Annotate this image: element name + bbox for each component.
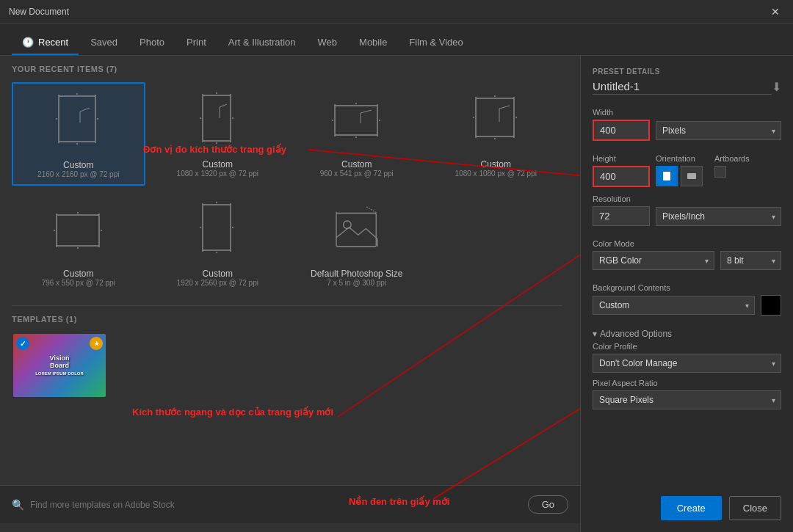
resolution-group: Resolution Pixels/Inch Pixels/Centimeter xyxy=(593,194,781,232)
background-color-swatch[interactable] xyxy=(761,295,781,316)
doc-icon-5 xyxy=(188,198,247,264)
color-mode-group: Color Mode RGB Color CMYK Color Grayscal… xyxy=(593,239,781,276)
save-preset-icon[interactable]: ⬇ xyxy=(772,80,781,94)
bit-depth-dropdown[interactable]: 8 bit 16 bit 32 bit xyxy=(720,251,781,270)
pixel-aspect-ratio-group: Pixel Aspect Ratio Square Pixels D1/DV N… xyxy=(593,379,781,409)
svg-line-31 xyxy=(361,110,372,113)
tab-film-video[interactable]: Film & Video xyxy=(399,31,473,55)
template-item-0[interactable]: ✓ ★ Vision Board LOREM IPSUM DOLOR xyxy=(12,332,107,398)
templates-section-label: TEMPLATES (1) xyxy=(12,315,562,324)
item-size-6: 7 x 5 in @ 300 ppi xyxy=(327,279,386,287)
template-badge: ★ xyxy=(90,337,103,350)
item-name-1: Custom xyxy=(203,159,233,170)
tab-recent[interactable]: 🕐 Recent xyxy=(12,31,79,55)
recent-icon: 🕐 xyxy=(22,37,34,48)
svg-rect-53 xyxy=(203,205,231,250)
doc-icon-4 xyxy=(49,198,108,264)
go-button[interactable]: Go xyxy=(528,495,568,514)
svg-rect-72 xyxy=(687,173,696,179)
color-mode-dropdown-wrap: RGB Color CMYK Color Grayscale xyxy=(593,251,714,270)
background-dropdown[interactable]: Custom White Black Transparent xyxy=(593,296,755,315)
tab-photo[interactable]: Photo xyxy=(129,31,175,55)
svg-line-66 xyxy=(366,207,377,214)
color-profile-dropdown[interactable]: Don't Color Manage sRGB IEC61966-2.1 Ado… xyxy=(593,354,781,373)
bottom-search-bar: 🔍 Go xyxy=(0,485,580,523)
orientation-group: Orientation xyxy=(656,154,703,186)
left-scroll[interactable]: YOUR RECENT ITEMS (7) xyxy=(12,65,568,479)
preset-name-input[interactable] xyxy=(593,79,772,95)
item-size-5: 1920 x 2560 px @ 72 ppi xyxy=(177,279,258,287)
tab-print[interactable]: Print xyxy=(176,31,217,55)
width-input[interactable] xyxy=(593,120,650,141)
background-dropdown-wrap: Custom White Black Transparent xyxy=(593,296,755,315)
width-unit-dropdown[interactable]: Pixels Inches Centimeters xyxy=(656,121,781,140)
search-icon: 🔍 xyxy=(12,499,24,511)
portrait-orientation-button[interactable] xyxy=(656,166,678,186)
height-input[interactable] xyxy=(593,166,650,187)
tab-web[interactable]: Web xyxy=(308,31,348,55)
recent-item-4[interactable]: Custom 796 x 550 px @ 72 ppi xyxy=(12,192,145,294)
height-orientation-group: Height Orientation xyxy=(593,154,781,187)
resolution-unit-dropdown[interactable]: Pixels/Inch Pixels/Centimeter xyxy=(656,207,781,226)
orientation-buttons xyxy=(656,166,703,186)
width-label: Width xyxy=(593,108,781,117)
doc-icon-0 xyxy=(49,90,108,156)
artboards-checkbox[interactable] xyxy=(714,166,726,178)
left-scroll-area: YOUR RECENT ITEMS (7) xyxy=(12,65,568,479)
background-field-row: Custom White Black Transparent xyxy=(593,295,781,316)
height-label: Height xyxy=(593,154,650,163)
recent-item-1[interactable]: Custom 1080 x 1920 px @ 72 ppi xyxy=(151,82,285,186)
advanced-options-section: ▾ Advanced Options Color Profile Don't C… xyxy=(593,329,781,409)
recent-section-label: YOUR RECENT ITEMS (7) xyxy=(12,65,562,73)
resolution-label: Resolution xyxy=(593,194,781,203)
preset-section: PRESET DETAILS ⬇ xyxy=(593,68,781,101)
recent-item-3[interactable]: Custom 1080 x 1080 px @ 72 ppi xyxy=(430,82,563,186)
recent-item-0[interactable]: Custom 2160 x 2160 px @ 72 ppi xyxy=(12,82,145,186)
width-field-row: Pixels Inches Centimeters xyxy=(593,120,781,141)
tab-saved[interactable]: Saved xyxy=(80,31,128,55)
pixel-aspect-ratio-dropdown[interactable]: Square Pixels D1/DV NTSC D1/DV PAL xyxy=(593,390,781,409)
pixel-aspect-ratio-dropdown-wrap: Square Pixels D1/DV NTSC D1/DV PAL xyxy=(593,390,781,409)
template-check-icon: ✓ xyxy=(16,337,29,350)
item-size-4: 796 x 550 px @ 72 ppi xyxy=(42,279,115,287)
recent-item-5[interactable]: Custom 1920 x 2560 px @ 72 ppi xyxy=(151,192,285,294)
orientation-label: Orientation xyxy=(656,154,703,163)
bit-depth-dropdown-wrap: 8 bit 16 bit 32 bit xyxy=(720,251,781,270)
preset-name-row: ⬇ xyxy=(593,79,781,95)
svg-line-20 xyxy=(220,104,227,107)
color-profile-dropdown-wrap: Don't Color Manage sRGB IEC61966-2.1 Ado… xyxy=(593,354,781,373)
stock-search-input[interactable] xyxy=(30,500,522,510)
create-button[interactable]: Create xyxy=(661,496,722,520)
recent-item-2[interactable]: Custom 960 x 541 px @ 72 ppi xyxy=(290,82,424,186)
item-size-0: 2160 x 2160 px @ 72 ppi xyxy=(37,170,119,178)
item-size-3: 1080 x 1080 px @ 72 ppi xyxy=(455,170,537,178)
background-contents-group: Background Contents Custom White Black T… xyxy=(593,283,781,321)
color-profile-group: Color Profile Don't Color Manage sRGB IE… xyxy=(593,342,781,373)
close-dialog-button[interactable]: Close xyxy=(729,496,781,520)
close-window-button[interactable]: ✕ xyxy=(767,3,784,21)
svg-line-42 xyxy=(499,106,510,109)
orientation-artboard-group: Orientation xyxy=(656,154,781,186)
advanced-chevron-icon: ▾ xyxy=(593,329,597,339)
preset-section-label: PRESET DETAILS xyxy=(593,68,781,76)
svg-rect-33 xyxy=(476,98,514,136)
svg-rect-62 xyxy=(336,214,376,247)
color-mode-label: Color Mode xyxy=(593,239,781,248)
height-group: Height xyxy=(593,154,650,187)
svg-line-9 xyxy=(80,108,90,112)
svg-rect-0 xyxy=(59,96,95,142)
width-group: Width Pixels Inches Centimeters xyxy=(593,108,781,147)
recent-item-6[interactable]: Default Photoshop Size 7 x 5 in @ 300 pp… xyxy=(290,192,424,294)
item-name-4: Custom xyxy=(63,269,93,279)
spacer xyxy=(593,417,781,477)
svg-rect-44 xyxy=(57,215,99,246)
resolution-unit-dropdown-wrap: Pixels/Inch Pixels/Centimeter xyxy=(656,207,781,226)
advanced-options-toggle[interactable]: ▾ Advanced Options xyxy=(593,329,781,339)
artboards-group: Artboards xyxy=(714,154,750,186)
main-content: YOUR RECENT ITEMS (7) xyxy=(0,56,793,532)
resolution-input[interactable] xyxy=(593,206,650,226)
landscape-orientation-button[interactable] xyxy=(681,166,703,186)
color-mode-dropdown[interactable]: RGB Color CMYK Color Grayscale xyxy=(593,251,714,270)
tab-art-illustration[interactable]: Art & Illustration xyxy=(218,31,306,55)
tab-mobile[interactable]: Mobile xyxy=(349,31,397,55)
